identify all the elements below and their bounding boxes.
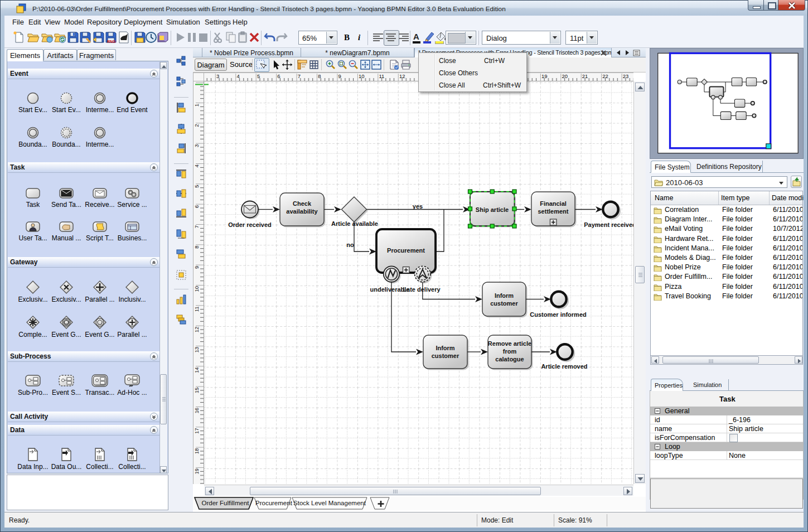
svg-text:9: 9 — [193, 266, 200, 269]
svg-text:settlement: settlement — [538, 208, 568, 215]
svg-text:3: 3 — [193, 144, 200, 147]
svg-text:calatogue: calatogue — [495, 356, 524, 362]
svg-text:yes: yes — [413, 203, 423, 210]
svg-text:12: 12 — [193, 327, 200, 333]
svg-text:3: 3 — [216, 73, 219, 79]
svg-text:6: 6 — [193, 205, 200, 208]
svg-text:4: 4 — [236, 73, 239, 79]
svg-text:6: 6 — [277, 73, 280, 79]
svg-text:5: 5 — [257, 73, 260, 79]
svg-text:availability: availability — [286, 208, 318, 215]
svg-text:14: 14 — [193, 367, 200, 373]
svg-text:Article available: Article available — [331, 220, 378, 227]
svg-text:Payment received: Payment received — [584, 221, 633, 228]
svg-text:customer: customer — [490, 300, 518, 307]
svg-text:19: 19 — [541, 73, 548, 79]
svg-text:10: 10 — [193, 286, 200, 292]
svg-text:1: 1 — [193, 104, 200, 107]
svg-text:Financial: Financial — [540, 200, 567, 207]
svg-text:Customer informed: Customer informed — [530, 311, 586, 318]
svg-text:10: 10 — [359, 73, 365, 79]
svg-text:Check: Check — [293, 200, 312, 207]
svg-text:5: 5 — [193, 185, 200, 187]
svg-text:23: 23 — [623, 73, 629, 79]
svg-text:11: 11 — [193, 306, 200, 312]
svg-text:18: 18 — [193, 448, 200, 454]
svg-text:Remove article: Remove article — [488, 340, 531, 347]
svg-text:19: 19 — [193, 468, 200, 475]
svg-text:8: 8 — [193, 245, 200, 248]
svg-text:Order received: Order received — [228, 221, 272, 228]
svg-text:16: 16 — [193, 408, 200, 414]
svg-text:no: no — [346, 241, 354, 248]
svg-text:RNG: RNG — [107, 40, 116, 43]
svg-text:11: 11 — [379, 73, 385, 79]
svg-text:from: from — [503, 348, 517, 355]
svg-text:15: 15 — [193, 388, 200, 394]
svg-text:4: 4 — [193, 165, 200, 167]
svg-text:7: 7 — [298, 73, 301, 79]
svg-text:Procurement: Procurement — [387, 247, 425, 254]
svg-text:Inform: Inform — [495, 292, 514, 299]
svg-text:customer: customer — [432, 352, 459, 359]
svg-text:13: 13 — [193, 347, 200, 353]
svg-text:9: 9 — [338, 73, 341, 79]
svg-text:Article removed: Article removed — [541, 363, 587, 370]
svg-text:21: 21 — [582, 73, 588, 79]
svg-text:22: 22 — [602, 73, 608, 79]
svg-text:7: 7 — [193, 225, 200, 228]
svg-text:Ship article: Ship article — [476, 206, 509, 213]
svg-text:12: 12 — [399, 73, 405, 79]
svg-text:17: 17 — [193, 428, 200, 434]
svg-text:20: 20 — [562, 73, 568, 79]
svg-text:Inform: Inform — [436, 345, 454, 351]
svg-text:8: 8 — [318, 73, 321, 79]
svg-text:2: 2 — [193, 124, 200, 127]
svg-text:Late delivery: Late delivery — [403, 286, 441, 293]
